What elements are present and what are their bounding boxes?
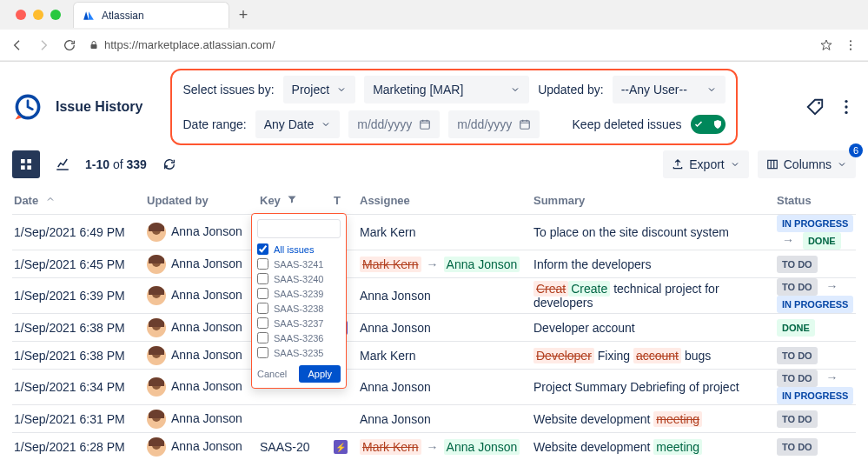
address-bar[interactable]: https://marketplace.atlassian.com/ xyxy=(89,38,275,51)
cell-status: TO DO xyxy=(777,256,856,273)
avatar xyxy=(147,346,166,365)
svg-rect-14 xyxy=(27,165,31,170)
refresh-icon xyxy=(162,157,176,171)
key-filter-search-input[interactable] xyxy=(257,219,341,238)
key-filter-item[interactable]: SAAS-3237 xyxy=(257,316,341,330)
table-row[interactable]: 1/Sep/2021 6:39 PMAnna JonsonAnna Jonson… xyxy=(12,278,856,314)
cell-assignee: Mark Kern xyxy=(360,349,533,363)
project-dropdown[interactable]: Marketing [MAR] xyxy=(364,76,529,103)
columns-icon xyxy=(766,158,779,170)
key-filter-item[interactable]: SAAS-3236 xyxy=(257,330,341,345)
cell-date: 1/Sep/2021 6:34 PM xyxy=(12,380,147,394)
key-filter-apply-button[interactable]: Apply xyxy=(299,365,341,383)
key-filter-item-all[interactable]: All issues xyxy=(257,242,341,257)
assignee-text: Anna Jonson xyxy=(360,289,431,303)
cell-date: 1/Sep/2021 6:39 PM xyxy=(12,289,147,303)
tag-icon[interactable] xyxy=(805,97,825,117)
svg-point-8 xyxy=(845,100,847,103)
table-row[interactable]: 1/Sep/2021 6:45 PMAnna JonsonMark Kern→A… xyxy=(12,250,856,278)
table-row[interactable]: 1/Sep/2021 6:34 PMAnna JonsonAnna Jonson… xyxy=(12,370,856,405)
col-header-updated-by[interactable]: Updated by xyxy=(147,194,260,207)
date-from-input[interactable]: m/dd/yyyy xyxy=(348,110,440,138)
cell-date: 1/Sep/2021 6:31 PM xyxy=(12,412,147,426)
keep-deleted-toggle[interactable] xyxy=(691,115,726,134)
cell-updated-by: Anna Jonson xyxy=(147,255,260,274)
status-badge: TO DO xyxy=(777,256,818,273)
svg-rect-6 xyxy=(520,121,530,129)
key-filter-item[interactable]: SAAS-3239 xyxy=(257,286,341,301)
cell-summary: Website development meeting xyxy=(533,440,777,454)
kebab-menu-icon[interactable] xyxy=(844,38,858,52)
svg-rect-12 xyxy=(27,159,31,163)
col-header-assignee[interactable]: Assignee xyxy=(360,194,533,207)
table-row[interactable]: 1/Sep/2021 6:28 PMAnna JonsonSAAS-20⚡Mar… xyxy=(12,433,856,460)
browser-tab[interactable]: Atlassian xyxy=(73,2,229,28)
cell-status: DONE xyxy=(777,319,856,337)
new-tab-button[interactable]: + xyxy=(233,4,254,25)
back-icon[interactable] xyxy=(10,38,24,52)
table-row[interactable]: 1/Sep/2021 6:38 PMAnna JonsonMark KernDe… xyxy=(12,342,856,370)
status-badge: TO DO xyxy=(777,278,818,296)
key-filter-item[interactable]: SAAS-3235 xyxy=(257,345,341,360)
table-header: Date Updated by Key All issues SAAS-3241… xyxy=(12,187,856,215)
grid-view-button[interactable] xyxy=(12,150,40,178)
key-filter-popover: All issues SAAS-3241SAAS-3240SAAS-3239SA… xyxy=(251,213,347,389)
date-range-label: Date range: xyxy=(182,117,246,131)
refresh-button[interactable] xyxy=(156,150,183,178)
status-badge: TO DO xyxy=(777,410,818,428)
chevron-down-icon xyxy=(510,84,520,95)
cell-date: 1/Sep/2021 6:38 PM xyxy=(12,349,147,363)
cell-date: 1/Sep/2021 6:49 PM xyxy=(12,225,147,239)
issue-history-logo xyxy=(12,91,43,123)
svg-rect-15 xyxy=(768,160,778,168)
key-filter-item[interactable]: SAAS-3238 xyxy=(257,301,341,316)
updated-by-dropdown[interactable]: --Any User-- xyxy=(613,76,726,103)
cell-summary: CreatCreate technical project for develo… xyxy=(533,282,777,310)
filter-icon xyxy=(287,194,297,204)
shield-icon xyxy=(712,119,723,130)
col-header-date[interactable]: Date xyxy=(12,194,147,207)
cell-date: 1/Sep/2021 6:28 PM xyxy=(12,440,147,454)
col-header-status[interactable]: Status xyxy=(777,194,856,207)
assignee-text: Anna Jonson xyxy=(360,380,431,394)
avatar xyxy=(147,318,166,337)
assignee-new: Anna Jonson xyxy=(444,257,520,272)
cell-type: ⚡ xyxy=(334,439,360,455)
key-filter-item[interactable]: SAAS-3241 xyxy=(257,257,341,271)
assignee-old: Mark Kern xyxy=(360,439,421,455)
status-badge: DONE xyxy=(803,232,841,250)
lock-icon xyxy=(89,40,99,50)
star-icon[interactable] xyxy=(819,38,833,52)
key-filter-cancel-button[interactable]: Cancel xyxy=(257,369,287,379)
maximize-window-icon[interactable] xyxy=(50,10,61,20)
col-header-key[interactable]: Key All issues SAAS-3241SAAS-3240SAAS-32… xyxy=(260,194,334,207)
close-window-icon[interactable] xyxy=(16,10,26,20)
col-header-summary[interactable]: Summary xyxy=(533,194,777,207)
avatar xyxy=(147,437,166,457)
svg-rect-13 xyxy=(21,165,25,170)
table-row[interactable]: 1/Sep/2021 6:31 PMAnna JonsonAnna Jonson… xyxy=(12,405,856,433)
status-badge: DONE xyxy=(777,319,815,337)
export-button[interactable]: Export xyxy=(663,150,748,178)
kebab-menu-icon[interactable] xyxy=(837,97,856,117)
table-row[interactable]: 1/Sep/2021 6:49 PMAnna JonsonMark KernTo… xyxy=(12,215,856,250)
columns-button[interactable]: Columns 6 xyxy=(758,150,856,178)
updated-by-label: Updated by: xyxy=(538,83,604,97)
cell-status: TO DO xyxy=(777,410,856,428)
minimize-window-icon[interactable] xyxy=(33,10,43,20)
table-row[interactable]: 1/Sep/2021 6:38 PMAnna Jonson⚡Anna Jonso… xyxy=(12,314,856,342)
date-to-input[interactable]: m/dd/yyyy xyxy=(448,110,540,138)
cell-assignee: Mark Kern→Anna Jonson xyxy=(360,257,533,271)
svg-point-7 xyxy=(818,102,820,104)
forward-icon[interactable] xyxy=(36,38,50,52)
key-filter-item[interactable]: SAAS-3240 xyxy=(257,271,341,286)
svg-point-2 xyxy=(850,43,851,45)
chevron-down-icon xyxy=(730,159,740,170)
chart-view-button[interactable] xyxy=(49,150,76,178)
select-by-dropdown[interactable]: Project xyxy=(283,76,356,103)
reload-icon[interactable] xyxy=(63,38,76,52)
col-header-type[interactable]: T xyxy=(334,194,360,207)
status-badge: TO DO xyxy=(777,370,818,387)
date-range-dropdown[interactable]: Any Date xyxy=(255,110,341,138)
avatar xyxy=(147,286,166,305)
